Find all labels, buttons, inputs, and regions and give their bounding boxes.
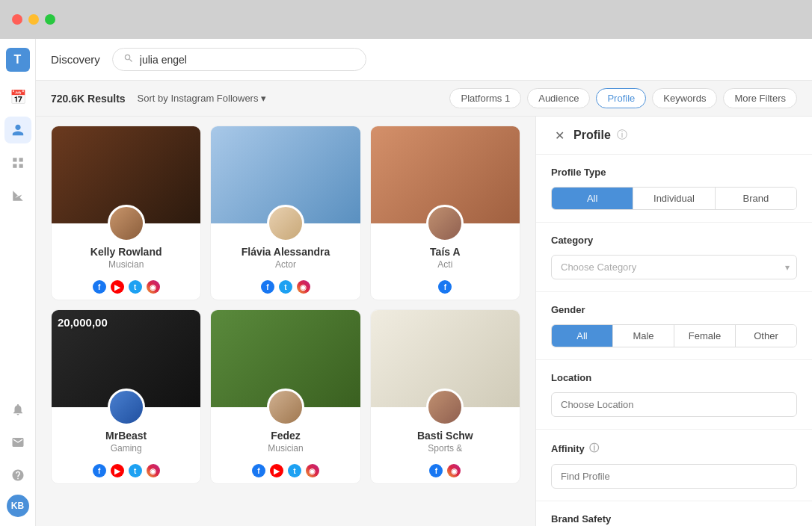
location-label: Location [551,372,797,383]
help-icon[interactable] [4,462,31,489]
card-name-basti: Basti Schw [380,430,511,442]
card-category-fedez: Musician [220,443,351,454]
card-socials-fedez: f ▶ t ◉ [211,460,360,483]
titlebar [0,0,812,39]
close-panel-button[interactable]: ✕ [551,127,568,143]
people-icon [11,123,25,137]
search-box [112,48,366,71]
card-socials-basti: f ◉ [371,460,520,483]
profile-type-label: Profile Type [551,167,797,178]
category-dropdown-wrapper: Choose Category ▾ [551,255,797,279]
instagram-icon: ◉ [306,464,319,477]
grid-icon [11,156,25,170]
card-socials-flavia: f t ◉ [211,276,360,300]
card-avatar-mrbeast [108,389,145,426]
affinity-info-icon[interactable]: ⓘ [589,442,599,455]
card-avatar-tais [426,205,464,242]
panel-title: Profile [573,129,611,142]
profile-type-individual[interactable]: Individual [633,188,715,209]
gender-group: All Male Female Other [551,324,797,347]
brand-safety-section: Brand Safety Brand Safe Only [536,501,812,526]
folder-icon: 📅 [10,89,26,105]
filter-more[interactable]: More Filters [723,88,797,108]
influencer-card-basti[interactable]: Basti Schw Sports & f ◉ [370,309,520,484]
profile-type-group: All Individual Brand [551,187,797,210]
gender-section: Gender All Male Female Other [536,292,812,360]
facebook-icon: f [93,464,106,477]
instagram-icon: ◉ [297,280,310,294]
card-avatar-kelly [108,205,145,242]
instagram-icon: ◉ [147,464,160,477]
sidebar-item-people[interactable] [4,117,31,143]
sort-button[interactable]: Sort by Instagram Followers ▾ [138,93,267,104]
card-image-flavia [211,126,360,223]
facebook-icon: f [438,280,452,294]
category-section: Category Choose Category ▾ [536,223,812,292]
category-label: Category [551,235,797,246]
filter-profile[interactable]: Profile [596,88,646,108]
influencer-card-kelly[interactable]: Kelly Rowland Musician f ▶ t ◉ [51,126,201,300]
info-icon[interactable]: ⓘ [617,129,627,142]
gender-all[interactable]: All [552,325,613,347]
card-name-kelly: Kelly Rowland [61,246,191,258]
card-name-fedez: Fedez [220,430,351,442]
influencer-card-mrbeast[interactable]: 20,000,00 MrBeast Gaming f ▶ t ◉ [51,309,201,484]
notification-icon[interactable] [4,396,31,423]
search-input[interactable] [140,54,355,66]
top-bar: Discovery [36,39,812,81]
facebook-icon: f [252,464,265,477]
card-image-fedez [211,310,360,407]
sidebar-item-chart[interactable] [4,182,31,209]
card-socials-tais: f [371,276,520,300]
sidebar-item-folder[interactable]: 📅 [4,84,31,111]
card-category-basti: Sports & [380,443,511,454]
card-avatar-flavia [267,205,304,242]
filter-platforms[interactable]: Platforms 1 [449,88,521,108]
chart-icon [11,189,25,202]
maximize-window-button[interactable] [45,14,55,25]
influencer-card-flavia[interactable]: Flávia Alessandra Actor f t ◉ [210,126,360,300]
mail-icon[interactable] [4,429,31,456]
minimize-window-button[interactable] [28,14,39,25]
card-image-basti [371,310,520,407]
card-category-tais: Acti [380,259,511,270]
influencer-card-tais[interactable]: Taís A Acti f [370,126,520,300]
card-image-tais [371,126,520,223]
filter-audience[interactable]: Audience [527,88,590,108]
twitter-icon: t [288,464,301,477]
find-profile-input[interactable] [551,464,797,489]
close-window-button[interactable] [12,14,22,25]
influencer-card-fedez[interactable]: Fedez Musician f ▶ t ◉ [210,309,360,484]
card-avatar-basti [426,389,464,426]
panel-header: ✕ Profile ⓘ [536,117,812,155]
sidebar-item-grid[interactable] [4,149,31,176]
twitter-icon: t [129,280,142,294]
profile-type-brand[interactable]: Brand [716,188,796,209]
card-socials-mrbeast: f ▶ t ◉ [52,460,200,483]
affinity-section: Affinity ⓘ [536,430,812,501]
card-image-kelly [52,126,200,223]
filters-bar: 720.6K Results Sort by Instagram Followe… [36,81,812,117]
filter-keywords[interactable]: Keywords [652,88,717,108]
profile-type-all[interactable]: All [552,188,633,209]
category-select[interactable]: Choose Category [551,255,797,279]
card-avatar-fedez [267,389,304,426]
card-name-tais: Taís A [380,246,511,258]
mrbeast-number-overlay: 20,000,00 [58,316,108,329]
facebook-icon: f [261,280,274,294]
card-name-flavia: Flávia Alessandra [220,246,351,258]
facebook-icon: f [429,464,443,477]
sidebar-bottom: KB [4,396,31,517]
location-input[interactable] [551,392,797,417]
card-category-mrbeast: Gaming [61,443,191,454]
gender-female[interactable]: Female [674,325,736,347]
user-avatar[interactable]: KB [7,495,29,517]
influencer-grid: Kelly Rowland Musician f ▶ t ◉ [51,126,520,484]
search-icon [123,53,134,66]
results-count: 720.6K Results [51,93,126,105]
card-name-mrbeast: MrBeast [61,430,191,442]
gender-male[interactable]: Male [613,325,674,347]
gender-other[interactable]: Other [736,325,796,347]
profile-type-section: Profile Type All Individual Brand [536,155,812,223]
right-panel: ✕ Profile ⓘ Profile Type All Individual … [535,117,812,526]
